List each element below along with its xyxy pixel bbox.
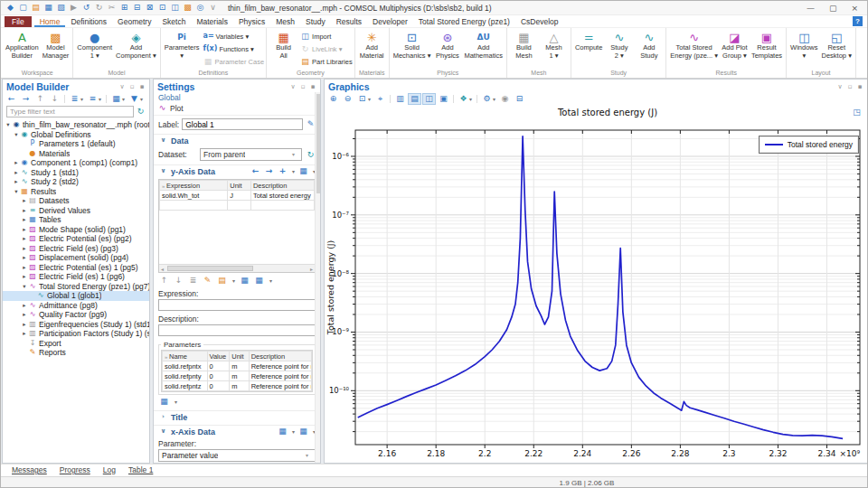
edit-expression-icon[interactable]: ✎ xyxy=(203,276,212,286)
panel-float-icon[interactable]: ▫ xyxy=(128,82,136,92)
section-x-axis-data[interactable]: ∨ x-Axis Data ▦▾ ▦▾ xyxy=(154,425,320,437)
zoom-in-button[interactable]: ⊕ xyxy=(327,94,339,104)
tree-item[interactable]: ▸∿Admittance (pg8) xyxy=(3,301,149,311)
new-icon[interactable]: ▢ xyxy=(17,3,29,13)
expression-input[interactable] xyxy=(158,299,316,311)
column-header[interactable]: Value xyxy=(207,352,230,361)
section-y-axis-data[interactable]: ∨ y-Axis Data ← → +▾ ▦▾ xyxy=(154,164,320,177)
default-view-button[interactable]: ⌖ xyxy=(374,94,386,104)
tree-expander-icon[interactable]: ▸ xyxy=(21,245,28,252)
popout-icon[interactable]: ◳ xyxy=(852,108,862,117)
tree-item[interactable]: ▾◉thin_film_baw_resonator__.mph (root) xyxy=(3,120,149,130)
save-icon[interactable]: ▦ xyxy=(42,3,54,13)
paste-icon[interactable]: ⊟ xyxy=(131,3,143,13)
forward-button[interactable]: → xyxy=(20,94,32,104)
table-cell[interactable]: solid.refpntx xyxy=(163,361,208,371)
ribbon-tab-home[interactable]: Home xyxy=(34,16,66,27)
panel-menu-icon[interactable]: ▪ xyxy=(309,82,316,92)
tree-item[interactable]: ▸≡Derived Values xyxy=(3,206,149,216)
column-header[interactable]: Description xyxy=(249,352,311,361)
ribbon-button[interactable]: △Mesh 1 ▾ xyxy=(539,30,569,61)
tree-item[interactable]: ▸▨Electric Field (es) 1 (pg6) xyxy=(3,272,149,282)
load-from-file-icon[interactable]: ▤ xyxy=(217,276,227,286)
panel-menu-icon[interactable]: ▪ xyxy=(138,82,146,92)
column-header[interactable]: Unit xyxy=(228,181,251,191)
ribbon-tab-total-stored-energy-pze1-[interactable]: Total Stored Energy (pze1) xyxy=(413,16,515,27)
x-axis-options-icon[interactable]: ▦ xyxy=(298,427,308,436)
ribbon-button[interactable]: ▣Result Templates xyxy=(750,30,784,61)
tree-item[interactable]: ∿Global 1 (glob1) xyxy=(3,291,149,301)
tree-item[interactable]: ↧Export xyxy=(3,339,149,349)
label-input[interactable] xyxy=(182,118,303,130)
open-icon[interactable]: ▤ xyxy=(30,3,42,13)
ribbon-tab-study[interactable]: Study xyxy=(300,16,331,27)
tree-expander-icon[interactable]: ▸ xyxy=(21,264,28,271)
tree-item[interactable]: ▸∿Quality Factor (pg9) xyxy=(3,310,149,320)
copy-icon[interactable]: ⊞ xyxy=(118,3,130,13)
tree-item[interactable]: ▸∿Study 1 (std1) xyxy=(3,168,149,178)
ribbon-button[interactable]: ▦Build Mesh xyxy=(509,30,539,61)
ribbon-button[interactable]: ⊡Solid Mechanics ▾ xyxy=(392,30,433,61)
x-axis-menu-icon[interactable]: ▦ xyxy=(278,427,288,436)
ribbon-button[interactable]: ∿Add Study xyxy=(634,30,664,61)
back-button[interactable]: ← xyxy=(5,94,17,104)
add-expression-icon[interactable]: + xyxy=(278,166,288,176)
save-as-icon[interactable]: ▧ xyxy=(55,3,67,13)
energy-plot[interactable]: 2.162.182.22.222.242.262.282.32.322.3410… xyxy=(325,105,865,463)
table-menu-icon[interactable]: ▦ xyxy=(254,276,264,286)
ribbon-small-button[interactable]: ↻LiveLink ▾ xyxy=(300,42,353,55)
scroll-left-icon[interactable]: ◂ xyxy=(159,266,165,272)
tree-item[interactable]: ▸▨Electric Potential (es) 1 (pg5) xyxy=(3,263,149,273)
down-button[interactable]: ↓ xyxy=(49,94,61,104)
ribbon-button[interactable]: ◫Windows ▾ xyxy=(788,30,819,61)
table-cell[interactable]: 0 xyxy=(207,361,230,371)
plot-button[interactable]: ∿ Plot xyxy=(157,103,184,113)
table-cell[interactable]: solid.Wh_tot xyxy=(160,191,228,201)
restore-button[interactable]: ▢ xyxy=(829,4,837,13)
table-row[interactable]: solid.refpntx0mReference point for mom..… xyxy=(163,361,312,371)
table-cell[interactable]: Reference point for mom... xyxy=(249,371,311,381)
ribbon-tab-developer[interactable]: Developer xyxy=(367,16,413,27)
tree-expander-icon[interactable]: ▾ xyxy=(21,283,28,290)
tree-item[interactable]: PParameters 1 (default) xyxy=(3,139,149,149)
table-cell[interactable]: m xyxy=(230,381,249,391)
tree-expander-icon[interactable]: ▸ xyxy=(13,159,20,166)
tree-expander-icon[interactable]: ▸ xyxy=(21,235,28,242)
axis-both-button[interactable]: ◫ xyxy=(423,94,435,104)
show-filter-button[interactable]: ▼▾ xyxy=(128,94,144,104)
previous-expression-icon[interactable]: ← xyxy=(250,166,260,176)
ribbon-small-button[interactable]: ▦Parameter Case xyxy=(203,55,264,68)
up-button[interactable]: ↑ xyxy=(34,94,46,104)
windows-icon[interactable]: ◫ xyxy=(169,3,181,13)
panel-collapse-icon[interactable]: ∨ xyxy=(118,82,126,92)
refresh-icon[interactable]: ↻ xyxy=(136,107,146,117)
ribbon-tab-geometry[interactable]: Geometry xyxy=(112,16,156,27)
ribbon-button[interactable]: AApplication Builder xyxy=(4,30,41,61)
ribbon-button[interactable]: ✳Add Material xyxy=(357,30,387,61)
ribbon-button[interactable]: ⊛Add Physics xyxy=(432,30,462,61)
ribbon-tab-physics[interactable]: Physics xyxy=(233,16,270,27)
ribbon-button[interactable]: =Compute xyxy=(573,30,604,53)
table-cell[interactable]: Reference point for mom... xyxy=(249,381,311,391)
settings-scrollbar[interactable] xyxy=(315,92,320,463)
axis-left-button[interactable]: ▥ xyxy=(394,94,406,104)
comsol-app-icon[interactable]: ◆ xyxy=(5,3,16,13)
tree-options-button[interactable]: ▦▾ xyxy=(110,94,126,104)
expand-all-button[interactable]: ≡▾ xyxy=(87,94,102,104)
ribbon-tab-sketch[interactable]: Sketch xyxy=(156,16,191,27)
section-data[interactable]: ∨ Data xyxy=(154,134,320,146)
panel-collapse-icon[interactable]: ∨ xyxy=(289,82,297,92)
collapse-all-button[interactable]: ≣▾ xyxy=(69,94,84,104)
dataset-select[interactable]: From parent ▾ xyxy=(200,148,302,161)
scrollbar-thumb[interactable] xyxy=(167,266,253,271)
run-icon[interactable]: ▶ xyxy=(68,3,80,13)
collapse-icon[interactable]: ∨ xyxy=(207,3,219,13)
bottom-tab-messages[interactable]: Messages xyxy=(12,465,47,475)
ribbon-button[interactable]: ▩Model Manager xyxy=(41,30,71,61)
tree-expander-icon[interactable]: ▸ xyxy=(13,178,20,185)
tree-expander-icon[interactable]: ▸ xyxy=(21,216,28,223)
move-row-down-icon[interactable]: ↓ xyxy=(174,276,184,286)
cut-icon[interactable]: ✂ xyxy=(106,3,118,13)
table-cell[interactable]: solid.refpnty xyxy=(163,371,208,381)
delete-icon[interactable]: ⊡ xyxy=(156,3,168,13)
